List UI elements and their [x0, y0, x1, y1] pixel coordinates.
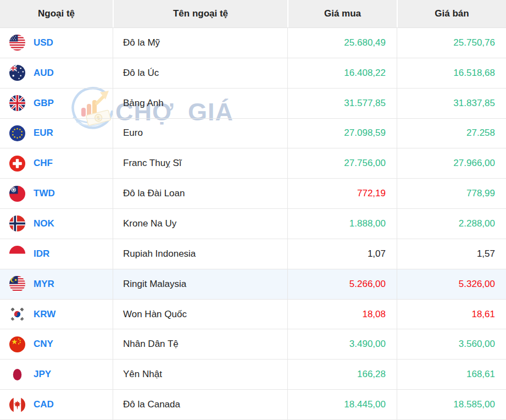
- currency-code-link[interactable]: AUD: [34, 68, 54, 79]
- currency-name: Ringit Malaysia: [113, 269, 287, 299]
- currency-name: Rupiah Indonesia: [113, 239, 287, 269]
- currency-name: Đô la Mỹ: [113, 28, 287, 58]
- buy-price: 1,07: [287, 239, 397, 269]
- buy-price: 3.490,00: [287, 329, 397, 359]
- idr-flag-icon: [9, 246, 25, 262]
- currency-code-link[interactable]: CHF: [34, 158, 53, 169]
- buy-price: 25.680,49: [287, 28, 397, 58]
- buy-price: 18,08: [287, 300, 397, 329]
- nok-flag-icon: [9, 215, 25, 231]
- gbp-flag-icon: [9, 95, 25, 111]
- table-body: USD Đô la Mỹ 25.680,49 25.750,76 AUD Đô …: [0, 28, 506, 420]
- currency-name: Won Hàn Quốc: [113, 300, 287, 329]
- sell-price: 18.585,00: [397, 390, 506, 419]
- table-row[interactable]: JPY Yên Nhật 166,28 168,61: [0, 360, 506, 390]
- chf-flag-icon: [9, 156, 25, 172]
- currency-cell: GBP: [0, 89, 113, 118]
- currency-name: Euro: [113, 119, 287, 148]
- buy-price: 18.445,00: [287, 390, 397, 419]
- currency-code-link[interactable]: IDR: [34, 248, 49, 259]
- table-row[interactable]: MYR Ringit Malaysia 5.266,00 5.326,00: [0, 269, 506, 300]
- sell-price: 27.258: [397, 119, 506, 148]
- currency-code-link[interactable]: USD: [34, 37, 53, 48]
- currency-code-link[interactable]: KRW: [34, 309, 55, 320]
- table-header: Ngoại tệ Tên ngoại tệ Giá mua Giá bán: [0, 0, 506, 28]
- buy-price: 772,19: [287, 179, 397, 208]
- cny-flag-icon: [9, 336, 25, 352]
- table-row[interactable]: EUR Euro 27.098,59 27.258: [0, 119, 506, 149]
- jpy-flag-icon: [9, 367, 25, 383]
- currency-code-link[interactable]: MYR: [34, 279, 54, 290]
- eur-flag-icon: [9, 125, 25, 141]
- currency-name: Nhân Dân Tệ: [113, 329, 287, 359]
- table-row[interactable]: CAD Đô la Canada 18.445,00 18.585,00: [0, 390, 506, 420]
- table-row[interactable]: TWD Đô la Đài Loan 772,19 778,99: [0, 179, 506, 209]
- currency-code-link[interactable]: NOK: [34, 218, 54, 229]
- sell-price: 778,99: [397, 179, 506, 208]
- aud-flag-icon: [9, 65, 25, 81]
- usd-flag-icon: [9, 35, 25, 51]
- sell-price: 2.288,00: [397, 209, 506, 239]
- sell-price: 168,61: [397, 360, 506, 389]
- currency-name: Đô la Đài Loan: [113, 179, 287, 208]
- currency-cell: TWD: [0, 179, 113, 208]
- column-header-buy-price: Giá mua: [287, 0, 397, 27]
- currency-cell: IDR: [0, 239, 113, 269]
- sell-price: 1,57: [397, 239, 506, 269]
- sell-price: 5.326,00: [397, 269, 506, 299]
- currency-code-link[interactable]: EUR: [34, 128, 53, 139]
- buy-price: 27.098,59: [287, 119, 397, 148]
- sell-price: 27.966,00: [397, 148, 506, 178]
- buy-price: 16.408,22: [287, 58, 397, 88]
- buy-price: 27.756,00: [287, 148, 397, 178]
- currency-cell: CAD: [0, 390, 113, 419]
- column-header-currency: Ngoại tệ: [0, 0, 113, 27]
- currency-cell: EUR: [0, 119, 113, 148]
- currency-cell: JPY: [0, 360, 113, 389]
- buy-price: 166,28: [287, 360, 397, 389]
- cad-flag-icon: [9, 397, 25, 413]
- currency-cell: AUD: [0, 58, 113, 88]
- rates-table: Ngoại tệ Tên ngoại tệ Giá mua Giá bán US…: [0, 0, 506, 420]
- myr-flag-icon: [9, 276, 25, 292]
- twd-flag-icon: [9, 186, 25, 202]
- currency-code-link[interactable]: CAD: [34, 399, 54, 410]
- table-row[interactable]: CNY Nhân Dân Tệ 3.490,00 3.560,00: [0, 329, 506, 360]
- buy-price: 31.577,85: [287, 89, 397, 118]
- currency-cell: CNY: [0, 329, 113, 359]
- currency-code-link[interactable]: CNY: [34, 339, 53, 350]
- table-row[interactable]: KRW Won Hàn Quốc 18,08 18,61: [0, 300, 506, 330]
- currency-cell: KRW: [0, 300, 113, 329]
- currency-cell: NOK: [0, 209, 113, 239]
- currency-code-link[interactable]: JPY: [34, 369, 51, 380]
- table-row[interactable]: USD Đô la Mỹ 25.680,49 25.750,76: [0, 28, 506, 58]
- table-row[interactable]: GBP Bảng Anh 31.577,85 31.837,85: [0, 89, 506, 119]
- currency-cell: CHF: [0, 148, 113, 178]
- sell-price: 16.518,68: [397, 58, 506, 88]
- currency-name: Bảng Anh: [113, 89, 287, 118]
- sell-price: 18,61: [397, 300, 506, 329]
- sell-price: 31.837,85: [397, 89, 506, 118]
- sell-price: 25.750,76: [397, 28, 506, 58]
- currency-name: Đô la Canada: [113, 390, 287, 419]
- exchange-rate-table: $ CHỢ GIÁ Ngoại tệ Tên ngoại tệ Giá mua …: [0, 0, 506, 420]
- currency-name: Krone Na Uy: [113, 209, 287, 239]
- table-row[interactable]: AUD Đô la Úc 16.408,22 16.518,68: [0, 58, 506, 89]
- column-header-sell-price: Giá bán: [397, 0, 506, 27]
- table-row[interactable]: NOK Krone Na Uy 1.888,00 2.288,00: [0, 209, 506, 239]
- table-row[interactable]: CHF Franc Thuỵ Sĩ 27.756,00 27.966,00: [0, 148, 506, 179]
- currency-code-link[interactable]: TWD: [34, 188, 55, 199]
- currency-cell: MYR: [0, 269, 113, 299]
- currency-name: Đô la Úc: [113, 58, 287, 88]
- column-header-currency-name: Tên ngoại tệ: [113, 0, 287, 27]
- currency-code-link[interactable]: GBP: [34, 98, 54, 109]
- sell-price: 3.560,00: [397, 329, 506, 359]
- currency-cell: USD: [0, 28, 113, 58]
- krw-flag-icon: [9, 306, 25, 322]
- currency-name: Franc Thuỵ Sĩ: [113, 148, 287, 178]
- buy-price: 1.888,00: [287, 209, 397, 239]
- buy-price: 5.266,00: [287, 269, 397, 299]
- table-row[interactable]: IDR Rupiah Indonesia 1,07 1,57: [0, 239, 506, 269]
- currency-name: Yên Nhật: [113, 360, 287, 389]
